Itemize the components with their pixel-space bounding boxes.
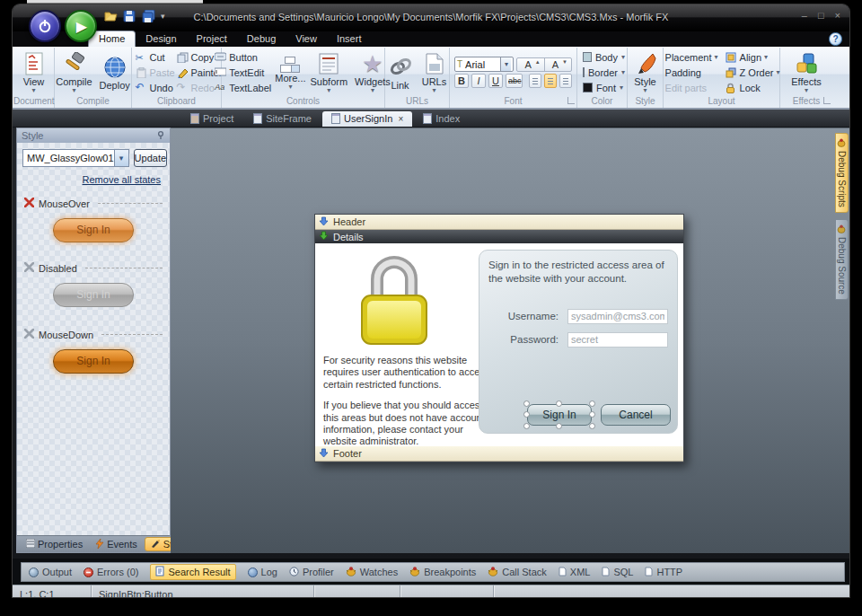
save-all-icon[interactable]: [142, 10, 155, 22]
underline-button[interactable]: U: [488, 74, 503, 88]
italic-button[interactable]: I: [471, 74, 486, 88]
insert-button-control[interactable]: Button: [213, 49, 273, 65]
edit-parts-button[interactable]: Edit parts: [664, 80, 720, 95]
open-icon[interactable]: [104, 10, 118, 22]
panel-tab-properties[interactable]: Properties: [21, 538, 88, 550]
debug-scripts-tab[interactable]: Debug Scripts: [835, 133, 849, 213]
selection-handle[interactable]: [556, 423, 562, 429]
qat-dropdown-icon[interactable]: ▾: [161, 12, 165, 21]
selection-handle[interactable]: [556, 400, 562, 407]
application-menu-button[interactable]: [29, 10, 61, 42]
insert-textlabel-control[interactable]: Aa TextLabel: [213, 80, 273, 95]
selection-handle[interactable]: [523, 411, 530, 418]
doc-tab-index[interactable]: Index: [414, 111, 469, 127]
doc-tab-project[interactable]: Project: [181, 111, 242, 127]
tab-view[interactable]: View: [286, 31, 327, 47]
debug-tab-profiler[interactable]: Profiler: [289, 567, 334, 578]
paste-button[interactable]: Paste: [134, 65, 175, 80]
debug-tab-search-result[interactable]: Search Result: [150, 564, 235, 580]
debug-tab-output[interactable]: Output: [29, 567, 72, 577]
deploy-button[interactable]: Deploy: [97, 54, 133, 92]
font-color-button[interactable]: Font ▾: [583, 81, 625, 95]
preview-button-mouseover[interactable]: Sign In: [53, 218, 134, 242]
selection-handle[interactable]: [523, 400, 530, 407]
preview-button-disabled[interactable]: Sign In: [53, 283, 134, 307]
paintbrush-icon: [632, 51, 659, 76]
panel-tab-events[interactable]: Events: [90, 538, 143, 551]
selection-handle[interactable]: [589, 411, 595, 418]
password-field[interactable]: [567, 332, 668, 348]
undo-button[interactable]: ↶ Undo: [134, 80, 175, 95]
close-button[interactable]: ×: [835, 11, 840, 21]
preview-button-mousedown[interactable]: Sign In: [53, 349, 134, 374]
pin-icon[interactable]: [156, 130, 165, 141]
compile-button[interactable]: Compile ▾: [53, 50, 94, 94]
tab-debug[interactable]: Debug: [237, 31, 286, 47]
form-details-band[interactable]: Details: [315, 230, 683, 243]
selection-handle[interactable]: [589, 400, 595, 407]
cancel-button[interactable]: Cancel: [601, 404, 671, 426]
placement-button[interactable]: Placement ▾: [664, 49, 720, 65]
padding-button[interactable]: Padding: [664, 65, 720, 80]
body-color-button[interactable]: Body ▾: [583, 50, 625, 65]
remove-state-icon-disabled[interactable]: [24, 262, 34, 274]
grow-font-button[interactable]: A▲: [517, 58, 543, 71]
username-field[interactable]: [567, 309, 668, 324]
bold-button[interactable]: B: [454, 74, 469, 88]
save-icon[interactable]: [123, 10, 136, 22]
font-dialog-launcher-icon[interactable]: [567, 97, 575, 104]
effects-dialog-launcher-icon[interactable]: [823, 97, 831, 104]
quick-access-toolbar: ▾: [104, 10, 165, 22]
button-control-icon: [215, 52, 226, 63]
effects-button[interactable]: Effects ▾: [788, 50, 823, 94]
debug-tab-http[interactable]: HTTP: [645, 567, 682, 578]
align-left-button[interactable]: [529, 74, 541, 88]
debug-tab-errors[interactable]: Errors (0): [84, 567, 138, 577]
update-button[interactable]: Update: [134, 149, 167, 167]
run-button[interactable]: ▶: [65, 10, 97, 42]
minimize-button[interactable]: –: [802, 11, 807, 21]
form-header-band[interactable]: Header: [315, 215, 683, 230]
link-button[interactable]: Link: [384, 54, 417, 92]
z-order-button[interactable]: Z Order ▾: [724, 65, 782, 80]
border-color-button[interactable]: Border ▾: [583, 66, 625, 80]
selection-handle[interactable]: [589, 423, 595, 429]
help-button[interactable]: ?: [829, 32, 842, 46]
more-controls-button[interactable]: More... ▾: [275, 56, 305, 90]
urls-button[interactable]: URLs ▾: [418, 50, 451, 94]
signin-button[interactable]: Sign In: [527, 404, 592, 426]
align-right-button[interactable]: [559, 74, 572, 88]
cut-button[interactable]: ✂ Cut: [134, 49, 175, 65]
debug-source-tab[interactable]: Debug Source: [835, 219, 849, 300]
lock-button[interactable]: Lock: [724, 80, 782, 95]
debug-tab-watches[interactable]: Watches: [346, 567, 398, 578]
shrink-font-button[interactable]: A▼: [544, 58, 571, 71]
tab-insert[interactable]: Insert: [327, 31, 372, 47]
tab-design[interactable]: Design: [136, 31, 186, 47]
debug-tab-callstack[interactable]: Call Stack: [488, 567, 547, 578]
strikethrough-button[interactable]: abc: [506, 74, 523, 88]
doc-tab-siteframe[interactable]: SiteFrame: [244, 111, 321, 127]
close-tab-icon[interactable]: ×: [398, 114, 403, 124]
doc-tab-usersignin[interactable]: UserSignIn ×: [322, 111, 412, 127]
debug-tab-log[interactable]: Log: [248, 567, 277, 577]
debug-tab-breakpoints[interactable]: Breakpoints: [409, 567, 476, 578]
tab-project[interactable]: Project: [187, 31, 237, 47]
design-canvas[interactable]: Header Details: [171, 128, 849, 553]
style-name-select[interactable]: MW_GlassyGlow01 ▾: [22, 149, 129, 167]
subform-button[interactable]: Subform ▾: [308, 50, 351, 94]
align-center-button[interactable]: [544, 74, 557, 88]
remove-all-states-link[interactable]: Remove all states: [26, 174, 161, 185]
selection-handle[interactable]: [523, 423, 530, 429]
debug-tab-xml[interactable]: XML: [559, 567, 591, 578]
debug-tab-sql[interactable]: SQL: [602, 567, 633, 578]
insert-textedit-control[interactable]: TextEdit: [213, 65, 273, 80]
align-button[interactable]: Align ▾: [724, 49, 782, 65]
remove-state-icon[interactable]: [24, 198, 34, 209]
font-family-select[interactable]: T Arial ▾: [454, 57, 514, 72]
remove-state-icon-mousedown[interactable]: [24, 329, 34, 340]
maximize-button[interactable]: □: [818, 11, 824, 21]
style-button[interactable]: Style ▾: [629, 50, 662, 94]
view-button[interactable]: View ▾: [18, 50, 50, 94]
form-footer-band[interactable]: Footer: [315, 446, 683, 462]
